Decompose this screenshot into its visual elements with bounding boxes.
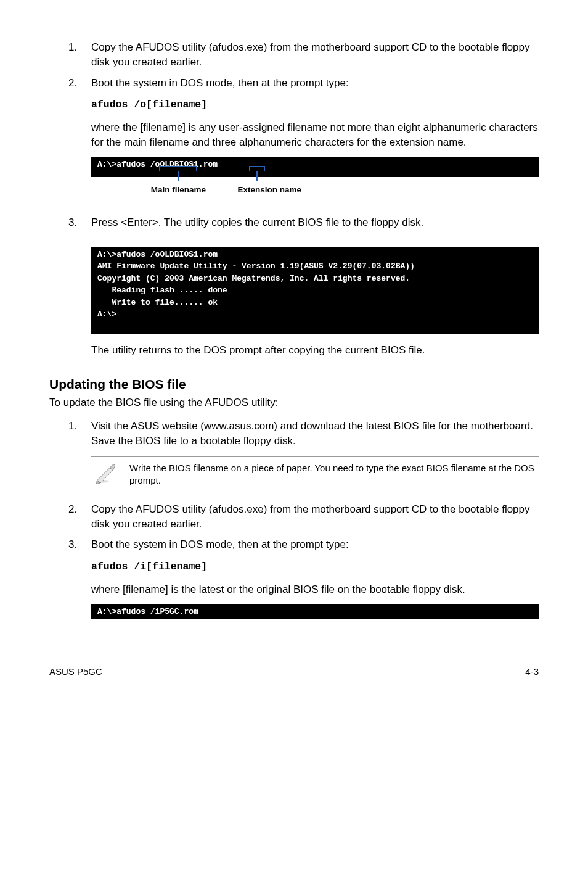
note-box: Write the BIOS filename on a piece of pa… <box>91 456 539 492</box>
update-step-2-text: Copy the AFUDOS utility (afudos.exe) fro… <box>91 503 530 530</box>
afudos-o-command: afudos /o[filename] <box>91 97 539 112</box>
filename-explanation-2: where [filename] is the latest or the or… <box>91 582 539 597</box>
updating-bios-heading: Updating the BIOS file <box>49 375 539 393</box>
updating-bios-sub: To update the BIOS file using the AFUDOS… <box>49 395 539 410</box>
pencil-note-icon <box>91 461 121 487</box>
step-3: Press <Enter>. The utility copies the cu… <box>80 215 539 358</box>
update-step-3-text: Boot the system in DOS mode, then at the… <box>91 538 349 550</box>
step-1-text: Copy the AFUDOS utility (afudos.exe) fro… <box>91 41 530 68</box>
footer-right: 4-3 <box>525 665 539 678</box>
terminal-1-wrapper: A:\>afudos /oOLDBIOS1.rom Main filename <box>91 157 539 177</box>
step-2: Boot the system in DOS mode, then at the… <box>80 76 539 209</box>
steps-list-update-bios-cont: Copy the AFUDOS utility (afudos.exe) fro… <box>49 502 539 619</box>
terminal-afudos-i: A:\>afudos /iP5GC.rom <box>91 604 539 619</box>
update-step-2: Copy the AFUDOS utility (afudos.exe) fro… <box>80 502 539 532</box>
step-1: Copy the AFUDOS utility (afudos.exe) fro… <box>80 40 539 70</box>
note-text: Write the BIOS filename on a piece of pa… <box>129 462 539 487</box>
steps-list-update-bios: Visit the ASUS website (www.asus.com) an… <box>49 419 539 448</box>
filename-explanation: where the [filename] is any user-assigne… <box>91 120 539 150</box>
step-3-text: Press <Enter>. The utility copies the cu… <box>91 217 423 228</box>
footer-left: ASUS P5GC <box>49 665 102 678</box>
update-step-3: Boot the system in DOS mode, then at the… <box>80 537 539 619</box>
terminal-afudos-output: A:\>afudos /oOLDBIOS1.rom AMI Firmware U… <box>91 247 539 334</box>
page-footer: ASUS P5GC 4-3 <box>49 662 539 678</box>
afudos-i-command: afudos /i[filename] <box>91 559 539 574</box>
terminal-afudos-o: A:\>afudos /oOLDBIOS1.rom <box>91 157 539 177</box>
return-to-dos-text: The utility returns to the DOS prompt af… <box>91 343 539 358</box>
steps-list-copy-bios: Copy the AFUDOS utility (afudos.exe) fro… <box>49 40 539 358</box>
update-step-1-text: Visit the ASUS website (www.asus.com) an… <box>91 420 533 447</box>
update-step-1: Visit the ASUS website (www.asus.com) an… <box>80 419 539 448</box>
step-2-text: Boot the system in DOS mode, then at the… <box>91 77 349 89</box>
